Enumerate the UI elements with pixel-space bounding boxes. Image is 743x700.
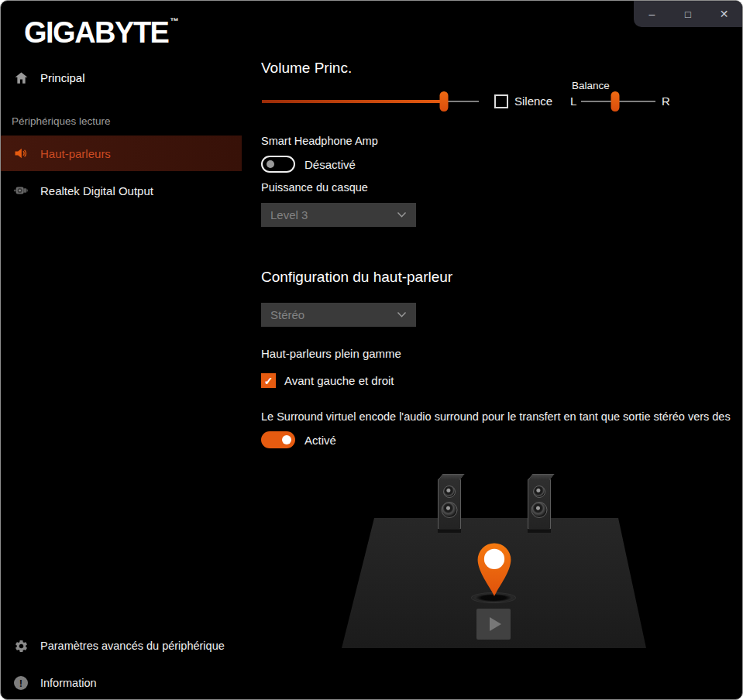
volume-title: Volume Princ.: [261, 60, 352, 77]
balance-left-label: L: [570, 94, 576, 108]
toggle-knob: [267, 160, 274, 168]
sidebar-item-speakers[interactable]: Haut-parleurs: [1, 136, 242, 171]
virtual-surround-toggle[interactable]: [261, 431, 295, 448]
app-window: – □ ✕ GIGABYTE™ Principal Périphériques …: [0, 0, 743, 700]
close-button[interactable]: ✕: [706, 1, 742, 27]
balance-label: Balance: [572, 80, 610, 91]
checkmark-icon: ✓: [264, 375, 273, 387]
chevron-down-icon: [397, 211, 407, 218]
balance-thumb[interactable]: [611, 91, 620, 112]
virtual-surround-description: Le Surround virtuel encode l'audio surro…: [261, 410, 742, 423]
silence-checkbox[interactable]: [494, 94, 508, 108]
gigabyte-logo: GIGABYTE™: [24, 17, 178, 47]
headphone-power-label: Puissance du casque: [261, 181, 368, 194]
gear-icon: [13, 638, 29, 654]
toggle-knob: [282, 435, 291, 444]
balance-right-label: R: [662, 94, 670, 108]
sidebar-item-label: Haut-parleurs: [40, 147, 111, 160]
left-speaker-illustration: [438, 479, 461, 530]
right-speaker-illustration: [528, 479, 551, 530]
speaker-config-select[interactable]: Stéréo: [261, 303, 416, 327]
play-test-button[interactable]: [476, 609, 511, 640]
smart-amp-state: Désactivé: [304, 158, 356, 171]
sidebar-item-realtek-digital-output[interactable]: Realtek Digital Output: [1, 180, 242, 201]
selected-value: Stéréo: [270, 308, 304, 321]
listener-position-pin[interactable]: [473, 542, 516, 598]
optical-output-icon: [13, 183, 29, 198]
virtual-surround-state: Activé: [304, 434, 336, 447]
sidebar-item-label: Information: [40, 677, 97, 689]
playback-devices-header: Périphériques lecture: [12, 115, 111, 127]
speaker-driver: [531, 502, 548, 518]
sidebar-item-information[interactable]: ! Information: [1, 671, 242, 695]
trademark-symbol: ™: [170, 16, 178, 26]
volume-fill: [262, 100, 444, 103]
home-icon: [13, 70, 29, 85]
sidebar-item-principal[interactable]: Principal: [1, 66, 242, 89]
front-left-right-label: Avant gauche et droit: [284, 374, 394, 387]
headphone-power-select[interactable]: Level 3: [261, 203, 416, 227]
sidebar-item-advanced-settings[interactable]: Paramètres avancés du périphérique: [1, 634, 242, 657]
sidebar-item-label: Principal: [40, 71, 85, 84]
speaker-driver: [442, 502, 458, 518]
speaker-config-title: Configuration du haut-parleur: [261, 269, 452, 286]
speaker-icon: [13, 146, 29, 161]
titlebar: – □ ✕: [634, 1, 742, 27]
maximize-button[interactable]: □: [670, 1, 707, 27]
sidebar-item-label: Realtek Digital Output: [40, 184, 153, 197]
minimize-button[interactable]: –: [634, 1, 670, 27]
master-volume-slider[interactable]: [262, 91, 479, 112]
smart-amp-toggle[interactable]: [261, 156, 295, 173]
balance-slider[interactable]: [581, 91, 655, 112]
selected-value: Level 3: [270, 208, 308, 221]
front-left-right-checkbox[interactable]: ✓: [261, 373, 276, 388]
sidebar-item-label: Paramètres avancés du périphérique: [40, 640, 225, 652]
play-icon: [490, 617, 501, 631]
info-icon: !: [13, 675, 29, 691]
full-range-label: Haut-parleurs plein gamme: [261, 347, 401, 360]
speaker-driver: [533, 486, 545, 498]
speaker-driver: [443, 486, 456, 498]
silence-label: Silence: [514, 94, 552, 108]
volume-thumb[interactable]: [440, 91, 449, 112]
smart-amp-label: Smart Headphone Amp: [261, 135, 378, 147]
chevron-down-icon: [397, 311, 407, 318]
